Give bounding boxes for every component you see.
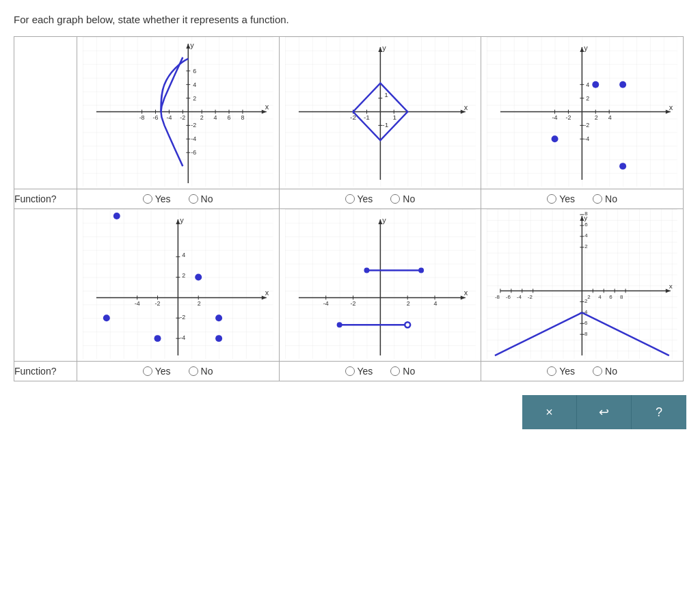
radio-input-yes-1-3[interactable] xyxy=(547,194,556,204)
label-cell-2 xyxy=(14,209,77,362)
svg-text:4: 4 xyxy=(608,114,612,121)
svg-point-107 xyxy=(103,314,110,321)
svg-text:2: 2 xyxy=(406,300,409,307)
page-title: For each graph below, state whether it r… xyxy=(14,14,686,25)
graph-cell-5: x y -4 -2 2 4 xyxy=(279,209,481,362)
radio-no-1-1[interactable]: No xyxy=(189,193,213,204)
radio-input-no-1-1[interactable] xyxy=(189,194,198,204)
svg-text:4: 4 xyxy=(433,300,437,307)
svg-text:-4: -4 xyxy=(166,114,172,121)
svg-text:y: y xyxy=(382,44,386,52)
graph-cell-2: x y -2 -1 1 1 -1 xyxy=(279,37,481,189)
main-table: x y -8 -6 -4 -2 2 4 6 8 6 4 2 -2 -4 -6 xyxy=(14,36,684,381)
function-label-row2: Function? xyxy=(14,362,77,381)
radio-yes-1-1[interactable]: Yes xyxy=(143,193,171,204)
svg-text:-1: -1 xyxy=(382,121,388,129)
svg-text:-2: -2 xyxy=(528,294,533,300)
svg-text:-8: -8 xyxy=(583,331,589,337)
svg-point-82 xyxy=(619,163,626,170)
radio-group-1-1: Yes No xyxy=(77,189,279,208)
svg-text:-2: -2 xyxy=(566,114,571,121)
svg-text:-2: -2 xyxy=(583,298,589,304)
svg-text:6: 6 xyxy=(609,294,612,300)
radio-yes-2-2[interactable]: Yes xyxy=(345,366,373,377)
graph-cell-4: x y -4 -2 2 4 2 -2 -4 xyxy=(77,209,279,362)
svg-text:4: 4 xyxy=(587,81,590,88)
svg-text:2: 2 xyxy=(588,294,591,300)
radio-no-1-3[interactable]: No xyxy=(593,193,617,204)
radio-yes-1-3[interactable]: Yes xyxy=(547,193,575,204)
radio-input-yes-2-3[interactable] xyxy=(547,366,556,376)
radio-no-2-3[interactable]: No xyxy=(593,366,617,377)
radio-label-yes-1-3: Yes xyxy=(559,193,575,204)
svg-text:-2: -2 xyxy=(191,122,196,129)
radio-label-yes-1-2: Yes xyxy=(358,193,373,204)
svg-point-80 xyxy=(619,81,626,88)
svg-text:2: 2 xyxy=(198,300,201,307)
bottom-toolbar: × ↩ ? xyxy=(14,395,686,429)
radio-label-no-2-3: No xyxy=(605,366,617,377)
radio-label-no-1-1: No xyxy=(201,193,213,204)
svg-text:-6: -6 xyxy=(506,294,511,300)
svg-text:4: 4 xyxy=(599,294,602,300)
radio-yes-1-2[interactable]: Yes xyxy=(345,193,373,204)
svg-text:6: 6 xyxy=(193,68,196,75)
graph-cell-6: x y -8 -6 -4 -2 2 4 6 8 8 6 4 2 -2 -4 -6… xyxy=(481,209,684,362)
radio-label-no-1-2: No xyxy=(403,193,415,204)
radio-label-no-2-2: No xyxy=(403,366,415,377)
svg-text:-8: -8 xyxy=(495,294,500,300)
label-cell-1 xyxy=(14,37,77,189)
radio-group-2-1: Yes No xyxy=(77,362,279,381)
svg-text:y: y xyxy=(180,216,184,224)
graph-cell-1: x y -8 -6 -4 -2 2 4 6 8 6 4 2 -2 -4 -6 xyxy=(77,37,279,189)
svg-point-129 xyxy=(418,268,424,273)
svg-text:-4: -4 xyxy=(134,300,139,307)
radio-input-yes-1-2[interactable] xyxy=(345,194,355,204)
radio-yes-2-3[interactable]: Yes xyxy=(547,366,575,377)
svg-text:2: 2 xyxy=(182,272,185,279)
radio-cell-2-3: Yes No xyxy=(481,362,684,381)
radio-input-no-1-2[interactable] xyxy=(390,194,400,204)
radio-no-2-1[interactable]: No xyxy=(189,366,213,377)
svg-text:x: x xyxy=(669,282,673,290)
svg-text:-6: -6 xyxy=(152,114,158,121)
radio-group-1-2: Yes No xyxy=(280,189,481,208)
svg-point-79 xyxy=(593,81,600,88)
radio-cell-1-3: Yes No xyxy=(481,189,684,209)
radio-cell-2-2: Yes No xyxy=(279,362,481,381)
svg-text:4: 4 xyxy=(213,114,217,121)
radio-label-yes-2-1: Yes xyxy=(155,366,171,377)
radio-input-yes-2-2[interactable] xyxy=(345,366,355,376)
svg-text:x: x xyxy=(265,103,269,111)
radio-input-no-2-2[interactable] xyxy=(390,366,400,376)
svg-text:-8: -8 xyxy=(139,114,144,121)
help-button[interactable]: ? xyxy=(632,395,686,429)
svg-point-109 xyxy=(215,335,222,342)
svg-text:6: 6 xyxy=(585,221,589,228)
radio-input-yes-1-1[interactable] xyxy=(143,194,152,204)
radio-label-yes-1-1: Yes xyxy=(155,193,171,204)
svg-text:x: x xyxy=(463,103,468,111)
svg-text:-4: -4 xyxy=(180,334,185,341)
svg-text:-2: -2 xyxy=(154,300,160,307)
radio-yes-2-1[interactable]: Yes xyxy=(143,366,171,377)
radio-input-no-2-3[interactable] xyxy=(593,366,602,376)
undo-button[interactable]: ↩ xyxy=(577,395,632,429)
radio-label-yes-2-3: Yes xyxy=(559,366,575,377)
radio-no-1-2[interactable]: No xyxy=(390,193,415,204)
radio-group-1-3: Yes No xyxy=(481,189,683,208)
svg-point-105 xyxy=(113,213,120,219)
radio-cell-1-1: Yes No xyxy=(77,189,279,209)
close-button[interactable]: × xyxy=(522,395,577,429)
svg-text:x: x xyxy=(669,103,673,111)
svg-text:x: x xyxy=(265,288,269,297)
radio-no-2-2[interactable]: No xyxy=(390,366,415,377)
radio-label-yes-2-2: Yes xyxy=(358,366,373,377)
svg-text:4: 4 xyxy=(585,232,589,239)
radio-input-no-2-1[interactable] xyxy=(189,366,198,376)
svg-text:-1: -1 xyxy=(364,113,370,121)
radio-input-yes-2-1[interactable] xyxy=(143,366,152,376)
radio-input-no-1-3[interactable] xyxy=(593,194,602,204)
radio-cell-1-2: Yes No xyxy=(279,189,481,209)
svg-text:-2: -2 xyxy=(180,114,185,121)
